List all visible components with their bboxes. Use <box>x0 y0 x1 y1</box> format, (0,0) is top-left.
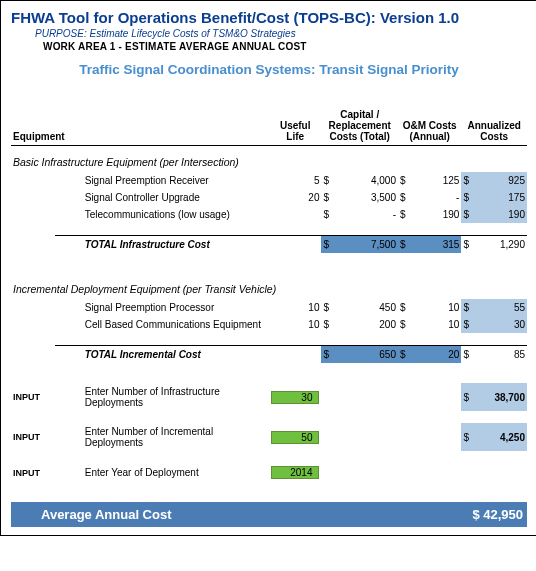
row-ann: 175 <box>481 189 527 206</box>
currency-symbol: $ <box>321 346 341 364</box>
currency-symbol: $ <box>398 189 418 206</box>
currency-symbol: $ <box>461 236 481 254</box>
row-life: 20 <box>269 189 321 206</box>
currency-symbol: $ <box>398 236 418 254</box>
currency-symbol: $ <box>461 206 481 223</box>
input-text: Enter Number of Incremental Deployments <box>55 423 269 451</box>
currency-symbol: $ <box>321 172 341 189</box>
currency-symbol: $ <box>321 299 341 316</box>
currency-symbol: $ <box>461 189 481 206</box>
incremental-deployments-input[interactable]: 50 <box>271 431 319 444</box>
row-ann: 55 <box>481 299 527 316</box>
section-title: Basic Infrastructure Equipment (per Inte… <box>11 146 527 173</box>
row-cap: 450 <box>341 299 398 316</box>
table-row: Cell Based Communications Equipment 10 $… <box>11 316 527 333</box>
total-label: TOTAL Incremental Cost <box>55 346 269 364</box>
currency-symbol: $ <box>461 316 481 333</box>
row-name: Signal Preemption Receiver <box>55 172 269 189</box>
table-row: Signal Preemption Processor 10 $450 $10 … <box>11 299 527 316</box>
purpose-line: PURPOSE: Estimate Lifecycle Costs of TSM… <box>35 28 527 39</box>
currency-symbol: $ <box>461 383 481 411</box>
currency-symbol: $ <box>398 172 418 189</box>
currency-symbol: $ <box>321 316 341 333</box>
total-om: 20 <box>418 346 462 364</box>
input-row: INPUT Enter Number of Incremental Deploy… <box>11 423 527 451</box>
total-label: TOTAL Infrastructure Cost <box>55 236 269 254</box>
row-life: 10 <box>269 299 321 316</box>
cost-table: Equipment Useful Life Capital / Replacem… <box>11 107 527 527</box>
year-input[interactable]: 2014 <box>271 466 319 479</box>
input-ann: 38,700 <box>481 383 527 411</box>
currency-symbol: $ <box>461 172 481 189</box>
currency-symbol: $ <box>398 206 418 223</box>
row-om: 10 <box>418 299 462 316</box>
currency-symbol: $ <box>398 316 418 333</box>
currency-symbol: $ <box>321 206 341 223</box>
row-cap: 4,000 <box>341 172 398 189</box>
input-badge: INPUT <box>11 383 55 411</box>
input-ann: 4,250 <box>481 423 527 451</box>
col-om: O&M Costs (Annual) <box>398 107 461 146</box>
section-title: Incremental Deployment Equipment (per Tr… <box>11 273 527 299</box>
footer-value: $ 42,950 <box>461 502 527 527</box>
col-annualized: Annualized Costs <box>461 107 527 146</box>
footer-row: Average Annual Cost $ 42,950 <box>11 502 527 527</box>
input-row: INPUT Enter Number of Infrastructure Dep… <box>11 383 527 411</box>
row-ann: 190 <box>481 206 527 223</box>
col-equipment: Equipment <box>11 107 269 146</box>
row-life <box>269 206 321 223</box>
col-capital: Capital / Replacement Costs (Total) <box>321 107 398 146</box>
total-ann: 85 <box>481 346 527 364</box>
table-row: Telecommunications (low usage) $- $190 $… <box>11 206 527 223</box>
row-cap: 3,500 <box>341 189 398 206</box>
sub-header: Traffic Signal Coordination Systems: Tra… <box>11 62 527 77</box>
row-ann: 925 <box>481 172 527 189</box>
input-badge: INPUT <box>11 423 55 451</box>
currency-symbol: $ <box>321 189 341 206</box>
currency-symbol: $ <box>461 299 481 316</box>
currency-symbol: $ <box>461 346 481 364</box>
input-text: Enter Number of Infrastructure Deploymen… <box>55 383 269 411</box>
row-om: 10 <box>418 316 462 333</box>
footer-label: Average Annual Cost <box>11 502 461 527</box>
total-ann: 1,290 <box>481 236 527 254</box>
total-row: TOTAL Infrastructure Cost $7,500 $315 $1… <box>11 236 527 254</box>
table-row: Signal Preemption Receiver 5 $4,000 $125… <box>11 172 527 189</box>
row-om: - <box>418 189 462 206</box>
row-cap: 200 <box>341 316 398 333</box>
infra-deployments-input[interactable]: 30 <box>271 391 319 404</box>
col-useful-life: Useful Life <box>269 107 321 146</box>
currency-symbol: $ <box>461 423 481 451</box>
currency-symbol: $ <box>321 236 341 254</box>
row-om: 190 <box>418 206 462 223</box>
row-life: 5 <box>269 172 321 189</box>
input-row: INPUT Enter Year of Deployment 2014 <box>11 463 527 482</box>
total-row: TOTAL Incremental Cost $650 $20 $85 <box>11 346 527 364</box>
row-life: 10 <box>269 316 321 333</box>
total-cap: 7,500 <box>341 236 398 254</box>
page-title: FHWA Tool for Operations Benefit/Cost (T… <box>11 9 527 26</box>
input-badge: INPUT <box>11 463 55 482</box>
row-cap: - <box>341 206 398 223</box>
row-name: Cell Based Communications Equipment <box>55 316 269 333</box>
row-ann: 30 <box>481 316 527 333</box>
row-name: Telecommunications (low usage) <box>55 206 269 223</box>
row-name: Signal Preemption Processor <box>55 299 269 316</box>
section-header: Basic Infrastructure Equipment (per Inte… <box>11 146 527 173</box>
total-om: 315 <box>418 236 462 254</box>
section-header: Incremental Deployment Equipment (per Tr… <box>11 273 527 299</box>
table-row: Signal Controller Upgrade 20 $3,500 $- $… <box>11 189 527 206</box>
row-om: 125 <box>418 172 462 189</box>
currency-symbol: $ <box>398 299 418 316</box>
work-area-line: WORK AREA 1 - ESTIMATE AVERAGE ANNUAL CO… <box>43 41 527 52</box>
currency-symbol: $ <box>398 346 418 364</box>
total-cap: 650 <box>341 346 398 364</box>
row-name: Signal Controller Upgrade <box>55 189 269 206</box>
input-text: Enter Year of Deployment <box>55 463 269 482</box>
header-row: Equipment Useful Life Capital / Replacem… <box>11 107 527 146</box>
